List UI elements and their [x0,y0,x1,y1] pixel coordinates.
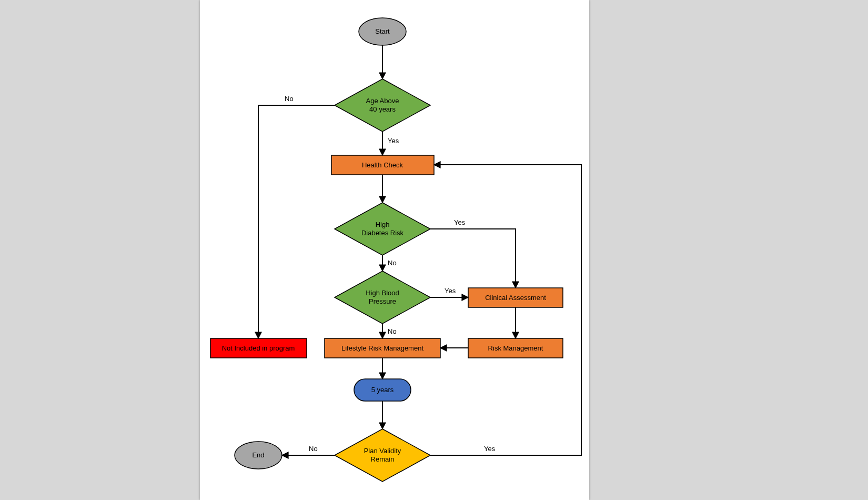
label-age-yes: Yes [388,137,399,145]
node-start-label: Start [375,27,390,35]
label-pressure-no: No [388,327,397,335]
node-validity-label2: Remain [371,455,395,463]
node-health-label: Health Check [362,161,403,169]
node-start: Start [359,18,406,45]
node-age-label2: 40 years [369,105,396,113]
label-diabetes-yes: Yes [454,218,466,226]
node-age-decision: Age Above 40 years [335,79,430,132]
node-diabetes-label2: Diabetes Risk [361,229,404,237]
label-validity-no: No [309,445,318,453]
node-pressure-label2: Pressure [369,297,396,305]
node-not-included: Not Included in program [210,338,307,358]
document-page: Start Age Above 40 years Health Check Hi… [200,0,589,500]
node-end-label: End [252,451,264,459]
node-clinical-label: Clinical Assessment [485,294,546,302]
node-validity-decision: Plan Validity Remain [335,429,430,482]
node-5-years: 5 years [354,379,411,401]
flowchart-canvas: Start Age Above 40 years Health Check Hi… [200,0,589,500]
node-riskmgmt-label: Risk Management [488,344,543,352]
node-pressure-decision: High Blood Pressure [335,271,430,324]
edge-age-no [258,105,335,338]
node-health-check: Health Check [331,155,434,175]
node-diabetes-decision: High Diabetes Risk [335,203,430,255]
node-notincl-label: Not Included in program [222,344,295,352]
node-5yr-label: 5 years [371,386,394,394]
node-lifestyle-label: Lifestyle Risk Management [341,344,423,352]
node-clinical: Clinical Assessment [468,288,563,307]
label-validity-yes: Yes [484,445,496,453]
node-pressure-label1: High Blood [366,289,399,297]
label-pressure-yes: Yes [445,287,456,295]
node-age-label1: Age Above [366,97,399,105]
node-lifestyle: Lifestyle Risk Management [325,338,440,358]
edge-validity-yes [430,165,581,455]
node-end: End [235,442,282,469]
label-age-no: No [285,95,294,103]
edge-diabetes-yes [430,229,516,288]
node-diabetes-label1: High [376,221,390,228]
node-validity-label1: Plan Validity [364,447,401,455]
node-riskmgmt: Risk Management [468,338,563,358]
label-diabetes-no: No [388,259,397,267]
